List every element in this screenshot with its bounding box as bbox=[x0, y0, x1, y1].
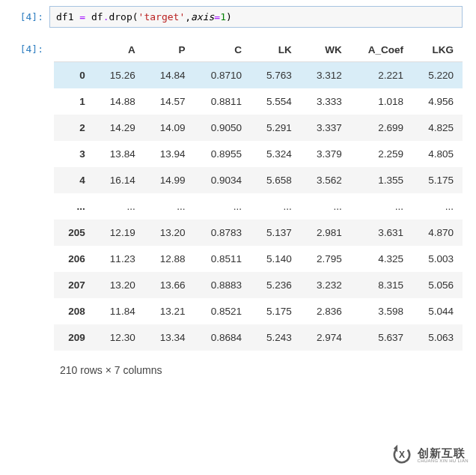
cell: 5.003 bbox=[412, 246, 463, 272]
table-row: 3 13.84 13.94 0.8955 5.324 3.379 2.259 4… bbox=[54, 141, 463, 167]
cell: 4.870 bbox=[412, 220, 463, 246]
notebook-cell-container: [4]: df1 = df.drop('target',axis=1) [4]:… bbox=[0, 0, 476, 387]
cell: 2.699 bbox=[351, 115, 412, 141]
table-row: 208 11.84 13.21 0.8521 5.175 2.836 3.598… bbox=[54, 298, 463, 324]
row-index: 1 bbox=[54, 88, 94, 115]
table-row: 207 13.20 13.66 0.8883 5.236 3.232 8.315… bbox=[54, 272, 463, 298]
col-header: LK bbox=[251, 38, 301, 62]
cell: 8.315 bbox=[351, 272, 412, 298]
index-header bbox=[54, 38, 94, 62]
cell: ... bbox=[301, 193, 351, 220]
cell: ... bbox=[195, 193, 251, 220]
code-close: ) bbox=[226, 11, 232, 22]
cell: 2.974 bbox=[301, 324, 351, 351]
cell: 14.29 bbox=[94, 115, 144, 141]
cell: 1.355 bbox=[351, 167, 412, 193]
table-row: 209 12.30 13.34 0.8684 5.243 2.974 5.637… bbox=[54, 324, 463, 351]
cell: 2.981 bbox=[301, 220, 351, 246]
cell: 13.34 bbox=[144, 324, 195, 351]
code-input[interactable]: df1 = df.drop('target',axis=1) bbox=[49, 6, 463, 28]
logo-en: CHUANG XIN HU LIAN bbox=[418, 459, 469, 463]
cell: 3.598 bbox=[351, 298, 412, 324]
cell: 3.232 bbox=[301, 272, 351, 298]
cell: ... bbox=[351, 193, 412, 220]
cell: 16.14 bbox=[94, 167, 144, 193]
row-index: 208 bbox=[54, 298, 94, 324]
code-eq2: = bbox=[214, 11, 220, 22]
cell: 11.23 bbox=[94, 246, 144, 272]
cell: 13.94 bbox=[144, 141, 195, 167]
cell: 0.8511 bbox=[195, 246, 251, 272]
table-row: 0 15.26 14.84 0.8710 5.763 3.312 2.221 5… bbox=[54, 62, 463, 89]
row-index: 207 bbox=[54, 272, 94, 298]
cell: 5.637 bbox=[351, 324, 412, 351]
cell: 5.044 bbox=[412, 298, 463, 324]
cell: 5.175 bbox=[251, 298, 301, 324]
cell: 0.8783 bbox=[195, 220, 251, 246]
cell: 13.21 bbox=[144, 298, 195, 324]
row-index: 0 bbox=[54, 62, 94, 89]
cell: 14.57 bbox=[144, 88, 195, 115]
cell: 3.333 bbox=[301, 88, 351, 115]
logo-text: 创新互联 CHUANG XIN HU LIAN bbox=[418, 447, 469, 463]
table-row: 4 16.14 14.99 0.9034 5.658 3.562 1.355 5… bbox=[54, 167, 463, 193]
table-row-ellipsis: ... ... ... ... ... ... ... ... bbox=[54, 193, 463, 220]
cell: 3.337 bbox=[301, 115, 351, 141]
table-row: 2 14.29 14.09 0.9050 5.291 3.337 2.699 4… bbox=[54, 115, 463, 141]
cell: 14.09 bbox=[144, 115, 195, 141]
cell: 14.88 bbox=[94, 88, 144, 115]
cell: 2.795 bbox=[301, 246, 351, 272]
cell: 11.84 bbox=[94, 298, 144, 324]
cell: 5.243 bbox=[251, 324, 301, 351]
dataframe-summary: 210 rows × 7 columns bbox=[54, 351, 463, 381]
cell: 0.9050 bbox=[195, 115, 251, 141]
watermark-logo: X 创新互联 CHUANG XIN HU LIAN bbox=[389, 442, 469, 468]
cell: 5.763 bbox=[251, 62, 301, 89]
cell: 0.8521 bbox=[195, 298, 251, 324]
row-index: 3 bbox=[54, 141, 94, 167]
cell: 12.30 bbox=[94, 324, 144, 351]
cell: 5.175 bbox=[412, 167, 463, 193]
cell: 2.259 bbox=[351, 141, 412, 167]
svg-text:X: X bbox=[399, 450, 405, 460]
cell: 12.88 bbox=[144, 246, 195, 272]
col-header: P bbox=[144, 38, 195, 62]
code-num: 1 bbox=[220, 11, 226, 22]
cell: 14.84 bbox=[144, 62, 195, 89]
dataframe-wrapper: A P C LK WK A_Coef LKG 0 15.26 bbox=[54, 38, 463, 381]
cell: 3.379 bbox=[301, 141, 351, 167]
cell: 4.325 bbox=[351, 246, 412, 272]
cell: 1.018 bbox=[351, 88, 412, 115]
input-cell-row: [4]: df1 = df.drop('target',axis=1) bbox=[3, 6, 463, 28]
col-header: A_Coef bbox=[351, 38, 412, 62]
logo-zh: 创新互联 bbox=[418, 447, 469, 459]
cell: 13.20 bbox=[94, 272, 144, 298]
code-op-eq: = bbox=[73, 11, 91, 22]
code-comma: , bbox=[185, 11, 191, 22]
code-open: ( bbox=[132, 11, 138, 22]
cell: 13.20 bbox=[144, 220, 195, 246]
cell: 3.562 bbox=[301, 167, 351, 193]
cell: 4.805 bbox=[412, 141, 463, 167]
col-header: C bbox=[195, 38, 251, 62]
cell: 5.236 bbox=[251, 272, 301, 298]
cell: 0.8883 bbox=[195, 272, 251, 298]
code-obj: df bbox=[91, 11, 103, 22]
cell: 13.66 bbox=[144, 272, 195, 298]
code-string: 'target' bbox=[138, 11, 186, 22]
cell: ... bbox=[251, 193, 301, 220]
table-row: 1 14.88 14.57 0.8811 5.554 3.333 1.018 4… bbox=[54, 88, 463, 115]
table-row: 205 12.19 13.20 0.8783 5.137 2.981 3.631… bbox=[54, 220, 463, 246]
cell: 4.956 bbox=[412, 88, 463, 115]
table-row: 206 11.23 12.88 0.8511 5.140 2.795 4.325… bbox=[54, 246, 463, 272]
cell: 5.324 bbox=[251, 141, 301, 167]
cell: 3.312 bbox=[301, 62, 351, 89]
cell: 5.137 bbox=[251, 220, 301, 246]
dataframe-body: 0 15.26 14.84 0.8710 5.763 3.312 2.221 5… bbox=[54, 62, 463, 351]
cell: 4.825 bbox=[412, 115, 463, 141]
cell: 0.8684 bbox=[195, 324, 251, 351]
cell: 3.631 bbox=[351, 220, 412, 246]
cell: 5.056 bbox=[412, 272, 463, 298]
cell: 15.26 bbox=[94, 62, 144, 89]
cell: 5.220 bbox=[412, 62, 463, 89]
